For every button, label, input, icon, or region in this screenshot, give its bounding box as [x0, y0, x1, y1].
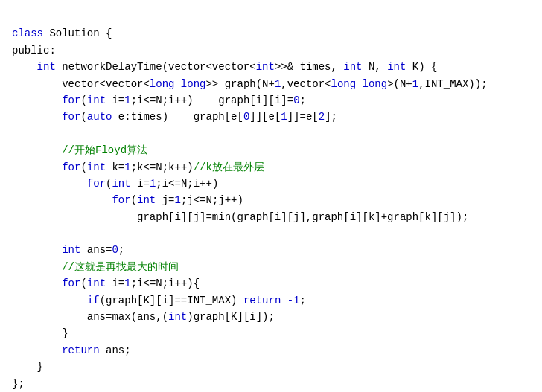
num2: 1 [412, 78, 418, 90]
kw-int6: int [87, 161, 106, 173]
plain-text: ( [131, 194, 137, 206]
plain-text: i= [106, 277, 124, 289]
plain-text: ]; [325, 111, 337, 123]
plain-text: Solution { [43, 28, 112, 39]
plain-text: networkDelayTime(vector<vector< [56, 61, 256, 73]
plain-text: ;i<=N;i++) [156, 178, 218, 190]
num4: 0 [293, 94, 299, 106]
plain-text: ; [300, 94, 306, 106]
plain-text: e:times) graph[e[ [112, 111, 243, 123]
kw-int8: int [137, 194, 156, 206]
kw-long2: long long [331, 78, 388, 90]
plain-text: >> graph(N+ [205, 78, 274, 90]
num6: 1 [281, 111, 287, 123]
num3: 1 [124, 94, 130, 106]
comment3: //这就是再找最大的时间 [62, 261, 179, 273]
kw-for4: for [87, 178, 106, 190]
keyword-class: class [12, 28, 43, 39]
plain-text: ;j<=N;j++) [181, 194, 243, 206]
line17-indent [12, 295, 87, 306]
line16-indent [12, 277, 62, 289]
keyword-int4: int [387, 61, 406, 73]
num12: 1 [124, 277, 130, 289]
kw-int7: int [112, 178, 130, 190]
kw-long: long long [150, 78, 206, 90]
line22: }; [12, 378, 25, 390]
num10: 1 [174, 194, 180, 206]
line11-indent [12, 194, 112, 206]
plain-text: ;k<=N;k++) [131, 161, 194, 173]
plain-text: ( [80, 161, 86, 173]
code-block: class Solution { public: int networkDela… [12, 9, 530, 392]
plain-text: ;i<=N;i++){ [131, 277, 200, 289]
plain-text: ( [80, 111, 86, 123]
plain-text: ( [80, 94, 86, 106]
line18-indent: ans=max(ans,( [12, 311, 168, 323]
plain-text: ,INT_MAX)); [418, 78, 487, 90]
plain-text: ]]=e[ [287, 111, 319, 123]
num-neg1: -1 [287, 295, 300, 306]
plain-text: ;i<=N;i++) graph[i][i]= [131, 94, 293, 106]
keyword-int2: int [256, 61, 275, 73]
code-container: class Solution { public: int networkDela… [0, 0, 542, 392]
line4: vector<vector< [12, 78, 150, 90]
kw-for5: for [112, 194, 130, 206]
comment2: //k放在最外层 [194, 161, 264, 173]
comment1: //开始Floyd算法 [62, 144, 147, 156]
plain-text: k= [106, 161, 124, 173]
line14-indent [12, 244, 62, 256]
num7: 2 [319, 111, 325, 123]
plain-text: ans; [100, 344, 131, 356]
plain-text: ans= [80, 244, 112, 256]
plain-text: N, [363, 61, 388, 73]
plain-text [12, 61, 37, 73]
plain-text: >(N+ [387, 78, 412, 90]
kw-for3: for [62, 161, 80, 173]
plain-text: (graph[K][i]==INT_MAX) [100, 295, 243, 306]
plain-text: ; [118, 244, 124, 256]
num11: 0 [112, 244, 118, 256]
num8: 1 [124, 161, 130, 173]
line15-indent [12, 261, 62, 273]
line12-indent: graph[i][j]=min(graph[i][j],graph[i][k]+… [12, 211, 468, 223]
kw-for2: for [62, 111, 80, 123]
keyword-int3: int [343, 61, 362, 73]
line19: } [12, 327, 68, 339]
plain-text: ( [80, 277, 86, 289]
line8-indent [12, 144, 62, 156]
kw-return1: return [243, 295, 281, 306]
plain-text: public: [12, 45, 56, 57]
line5-indent [12, 94, 62, 106]
plain-text: ]][e[ [249, 111, 281, 123]
plain-text: ,vector< [281, 78, 331, 90]
kw-int9: int [62, 244, 80, 256]
plain-text: i= [106, 94, 124, 106]
plain-text: >>& times, [275, 61, 343, 73]
plain-text: j= [156, 194, 174, 206]
kw-if: if [87, 295, 100, 306]
kw-return2: return [62, 344, 99, 356]
plain-text: )graph[K][i]); [187, 311, 275, 323]
line20-indent [12, 344, 62, 356]
kw-int11: int [168, 311, 187, 323]
plain-text [281, 295, 287, 306]
kw-auto: auto [87, 111, 112, 123]
kw-for1: for [62, 94, 80, 106]
line21: } [12, 361, 43, 373]
plain-text: i= [131, 178, 150, 190]
plain-text: K) { [406, 61, 437, 73]
kw-int10: int [87, 277, 106, 289]
keyword-int: int [37, 61, 56, 73]
line9-indent [12, 161, 62, 173]
line10-indent [12, 178, 87, 190]
line6-indent [12, 111, 62, 123]
plain-text: ; [300, 295, 306, 306]
kw-int5: int [87, 94, 106, 106]
kw-for6: for [62, 277, 80, 289]
